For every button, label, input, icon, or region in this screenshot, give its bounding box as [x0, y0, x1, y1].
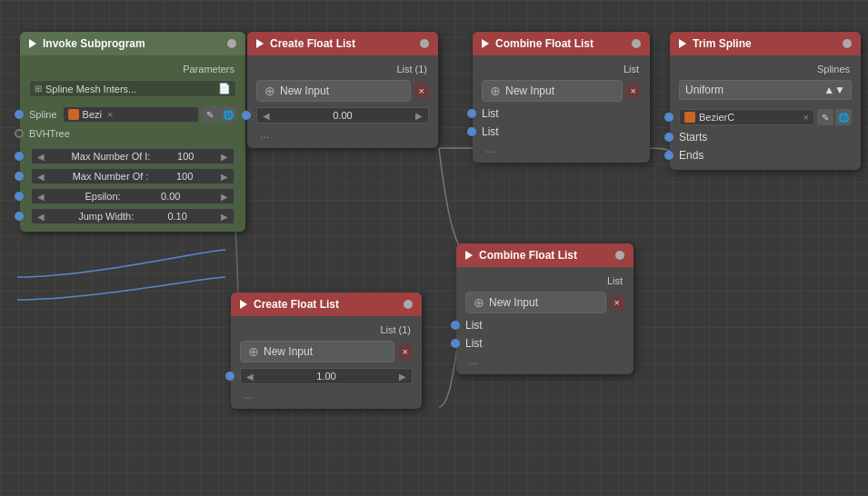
plus-icon: ⊕ — [264, 84, 275, 98]
trim-spline-body: Splines Uniform ▲▼ BezierC × ✎ 🌐 Starts — [670, 55, 861, 170]
params-section-label: Parameters — [27, 61, 238, 77]
dots-2: ... — [238, 387, 414, 403]
plus-icon: ⊕ — [248, 344, 259, 359]
jump-width-field[interactable]: ◀ Jump Width: 0.10 ▶ — [31, 208, 234, 224]
bezier-icon — [68, 109, 79, 120]
create-float-list-2-header: Create Float List — [231, 293, 422, 316]
collapse-icon[interactable] — [256, 39, 264, 48]
output-socket — [404, 300, 413, 309]
splines-section-label: Splines — [677, 61, 853, 77]
spline-label: Spline — [29, 109, 57, 120]
max-number-i-socket — [15, 152, 24, 161]
list1-label: List — [482, 107, 499, 120]
file-open-icon[interactable]: 📄 — [218, 83, 231, 94]
new-input-2-row: ⊕ New Input × — [238, 338, 414, 365]
combine-float-list-2-node: Combine Float List List ⊕ New Input × Li… — [456, 243, 634, 374]
invoke-subprogram-title: Invoke Subprogram — [43, 37, 145, 50]
new-input-c2-btn[interactable]: ⊕ New Input — [465, 292, 606, 313]
value-1-field[interactable]: ◀ 0.00 ▶ — [256, 107, 429, 124]
jump-width-value: 0.10 — [167, 211, 186, 222]
starts-row: Starts — [677, 128, 853, 146]
new-input-c1-btn[interactable]: ⊕ New Input — [482, 80, 623, 102]
jump-width-label: Jump Width: — [78, 211, 134, 222]
list-section-label: List — [480, 61, 643, 77]
list-section-label-c2: List — [464, 273, 626, 289]
starts-label: Starts — [679, 131, 707, 144]
spline-close-btn[interactable]: × — [107, 109, 113, 120]
bvhtree-label: BVHTree — [29, 128, 70, 139]
list1-c2-label: List — [465, 319, 483, 332]
max-number-field[interactable]: ◀ Max Number Of : 100 ▶ — [31, 168, 234, 184]
invoke-subprogram-header: Invoke Subprogram — [20, 32, 245, 55]
collapse-icon[interactable] — [29, 39, 36, 48]
close-c1-btn[interactable]: × — [626, 84, 641, 98]
bezier-c-row: BezierC × ✎ 🌐 — [677, 106, 853, 128]
collapse-icon[interactable] — [465, 251, 473, 260]
value-1: 0.00 — [333, 110, 352, 121]
value-2-field[interactable]: ◀ 1.00 ▶ — [240, 368, 413, 384]
new-input-1-btn[interactable]: ⊕ New Input — [256, 80, 411, 102]
close-c2-btn[interactable]: × — [610, 295, 624, 310]
value-2-row: ◀ 1.00 ▶ — [238, 365, 414, 387]
file-label: Spline Mesh Inters... — [45, 84, 215, 94]
combine-float-list-1-header: Combine Float List — [473, 32, 650, 55]
combine-float-list-1-node: Combine Float List List ⊕ New Input × Li… — [473, 32, 650, 163]
collapse-icon[interactable] — [240, 300, 247, 309]
jump-width-row: ◀ Jump Width: 0.10 ▶ — [27, 206, 238, 226]
max-number-i-label: Max Number Of I: — [72, 151, 151, 162]
create-float-list-2-node: Create Float List List (1) ⊕ New Input ×… — [231, 293, 422, 409]
max-number-label: Max Number Of : — [73, 171, 149, 182]
max-number-socket — [15, 172, 24, 181]
close-2-btn[interactable]: × — [398, 344, 413, 359]
uniform-dropdown[interactable]: Uniform ▲▼ — [679, 80, 852, 100]
spline-eyedropper-btn[interactable]: ✎ — [202, 106, 218, 123]
list-section-label2: List (1) — [238, 322, 414, 338]
dots-c1: ... — [480, 141, 643, 157]
list2-label: List — [482, 125, 499, 138]
uniform-value: Uniform — [685, 84, 723, 96]
bvhtree-socket — [15, 129, 24, 138]
combine-float-list-2-title: Combine Float List — [479, 249, 577, 262]
dropdown-arrow: ▲▼ — [823, 84, 845, 96]
invoke-subprogram-node: Invoke Subprogram Parameters ⊞ Spline Me… — [20, 32, 245, 232]
bezier-c-value: BezierC — [699, 112, 734, 123]
create-float-list-1-header: Create Float List — [247, 32, 438, 55]
epsilon-socket — [15, 192, 24, 201]
max-number-i-field[interactable]: ◀ Max Number Of I: 100 ▶ — [31, 148, 234, 164]
epsilon-field[interactable]: ◀ Epsilon: 0.00 ▶ — [31, 188, 234, 204]
new-input-c1-label: New Input — [505, 84, 554, 97]
bezier-c-close-btn[interactable]: × — [803, 112, 809, 123]
close-1-btn[interactable]: × — [414, 84, 429, 98]
bezier-c-icon — [684, 112, 695, 123]
value-2: 1.00 — [316, 371, 335, 382]
right-arrow: ▶ — [221, 152, 228, 162]
collapse-icon[interactable] — [679, 39, 686, 48]
new-input-c2-row: ⊕ New Input × — [464, 289, 626, 316]
spline-value-tag: Bezi × — [63, 106, 199, 123]
create-float-list-1-node: Create Float List List (1) ⊕ New Input ×… — [247, 32, 438, 148]
trim-spline-title: Trim Spline — [693, 37, 752, 50]
starts-socket — [664, 133, 673, 142]
output-socket — [615, 251, 624, 260]
max-number-row: ◀ Max Number Of : 100 ▶ — [27, 166, 238, 186]
spline-link-btn[interactable]: 🌐 — [220, 106, 236, 123]
ends-row: Ends — [677, 146, 853, 164]
list-section-label: List (1) — [254, 61, 431, 77]
bezier-c-link-btn[interactable]: 🌐 — [835, 109, 852, 125]
trim-spline-header: Trim Spline — [670, 32, 861, 55]
bezier-c-eyedropper-btn[interactable]: ✎ — [817, 109, 833, 125]
create-float-list-2-body: List (1) ⊕ New Input × ◀ 1.00 ▶ ... — [231, 316, 422, 409]
list1-socket — [467, 109, 476, 118]
bvhtree-row: BVHTree — [27, 125, 238, 142]
create-float-list-1-body: List (1) ⊕ New Input × ◀ 0.00 ▶ ... — [247, 55, 438, 148]
collapse-icon[interactable] — [482, 39, 489, 48]
new-input-2-label: New Input — [264, 345, 313, 358]
output-socket — [632, 39, 641, 48]
epsilon-value: 0.00 — [161, 191, 180, 202]
output-socket — [420, 39, 429, 48]
epsilon-label: Epsilon: — [85, 191, 120, 202]
combine-float-list-1-body: List ⊕ New Input × List List ... — [473, 55, 650, 163]
new-input-1-row: ⊕ New Input × — [254, 77, 431, 104]
new-input-2-btn[interactable]: ⊕ New Input — [240, 341, 394, 362]
dots-c2: ... — [464, 352, 626, 369]
